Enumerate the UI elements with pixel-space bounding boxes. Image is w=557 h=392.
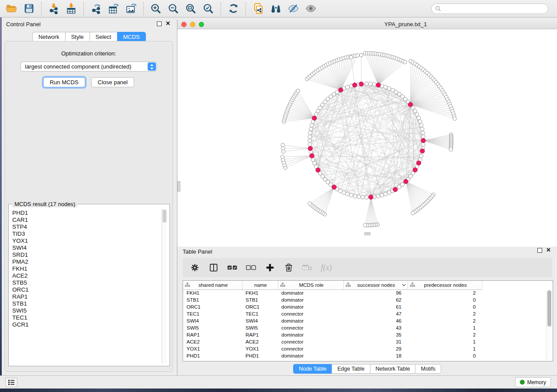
network-leaf-node[interactable] <box>356 54 359 57</box>
tab-node-table[interactable]: Node Table <box>293 364 332 374</box>
network-node[interactable] <box>353 194 357 198</box>
mcds-list-scrollbar[interactable] <box>162 209 167 364</box>
node-table-row[interactable]: SWI4SWI4dominator462 <box>183 317 482 324</box>
network-leaf-node[interactable] <box>281 143 284 147</box>
export-image-icon[interactable] <box>122 0 140 17</box>
network-horizontal-scrollbar[interactable] <box>364 232 370 235</box>
network-node[interactable] <box>361 195 365 199</box>
network-node[interactable] <box>387 191 391 195</box>
network-node[interactable] <box>376 194 380 198</box>
task-history-button[interactable] <box>5 378 17 387</box>
network-mcds-node[interactable] <box>408 102 412 107</box>
tab-network[interactable]: Network <box>32 32 65 42</box>
mcds-result-item[interactable]: ACE2 <box>9 272 163 279</box>
node-table-row[interactable]: RAP1RAP1dominator352 <box>183 331 482 338</box>
optimization-criterion-select[interactable]: largest connected component (undirected) <box>21 62 157 72</box>
search-input[interactable] <box>444 6 540 12</box>
window-maximize-button[interactable] <box>199 22 204 27</box>
settings-gear-icon[interactable] <box>189 261 201 274</box>
network-mcds-node[interactable] <box>369 195 373 199</box>
zoom-out-icon[interactable] <box>165 0 182 17</box>
network-mcds-node[interactable] <box>416 161 421 165</box>
mcds-result-item[interactable]: STB5 <box>9 279 163 286</box>
network-leaf-node[interactable] <box>282 150 285 153</box>
mcds-result-item[interactable]: RAP1 <box>9 293 163 300</box>
network-node[interactable] <box>372 83 376 86</box>
network-node[interactable] <box>418 120 422 124</box>
search-binoculars-icon[interactable] <box>267 0 284 17</box>
network-mcds-node[interactable] <box>353 83 357 87</box>
open-file-icon[interactable] <box>3 0 20 17</box>
column-header-predecessor-nodes[interactable]: predecessor nodes <box>408 281 482 289</box>
network-leaf-node[interactable] <box>449 148 453 151</box>
network-node[interactable] <box>346 85 349 89</box>
tab-motifs[interactable]: Motifs <box>415 364 441 374</box>
network-node[interactable] <box>308 139 312 143</box>
run-mcds-button[interactable]: Run MCDS <box>43 77 85 87</box>
zoom-fit-icon[interactable] <box>182 0 200 17</box>
network-leaf-node[interactable] <box>363 224 367 227</box>
save-session-icon[interactable] <box>20 0 38 17</box>
network-mcds-node[interactable] <box>376 83 381 87</box>
network-node[interactable] <box>419 154 423 158</box>
mcds-result-item[interactable]: CAR1 <box>9 217 163 224</box>
network-mcds-node[interactable] <box>421 138 426 143</box>
node-table-row[interactable]: SWI5SWI5connector431 <box>183 324 482 331</box>
mcds-result-item[interactable]: GCR1 <box>9 321 163 328</box>
tab-edge-table[interactable]: Edge Table <box>332 364 370 374</box>
import-network-icon[interactable] <box>45 0 62 17</box>
network-node[interactable] <box>384 85 387 89</box>
network-node[interactable] <box>310 124 314 127</box>
mcds-result-item[interactable]: YOX1 <box>9 237 163 244</box>
network-leaf-node[interactable] <box>308 202 311 205</box>
column-header-shared-name[interactable]: shared name <box>183 281 242 289</box>
tab-select[interactable]: Select <box>90 32 117 42</box>
network-node[interactable] <box>384 192 387 196</box>
disable-all-checks-icon[interactable] <box>245 261 257 274</box>
hide-graphics-details-icon[interactable] <box>284 0 302 17</box>
delete-column-trash-icon[interactable] <box>283 261 295 274</box>
network-node[interactable] <box>387 86 391 90</box>
network-window-titlebar[interactable]: YPA_prune.txt_1 <box>177 20 557 29</box>
network-node[interactable] <box>312 161 316 165</box>
network-node[interactable] <box>346 192 349 196</box>
network-search-field[interactable] <box>431 3 548 14</box>
network-mcds-node[interactable] <box>404 179 408 184</box>
network-mcds-node[interactable] <box>310 154 314 158</box>
node-table-row[interactable]: YOX1YOX1connector291 <box>183 345 482 352</box>
column-header-successor-nodes[interactable]: successor nodes <box>343 281 408 289</box>
network-leaf-node[interactable] <box>411 211 415 215</box>
network-leaf-node[interactable] <box>281 146 285 150</box>
delete-table-icon[interactable] <box>301 261 314 274</box>
network-mcds-node[interactable] <box>316 168 320 172</box>
network-node[interactable] <box>308 135 312 139</box>
network-node[interactable] <box>398 185 401 189</box>
network-leaf-node[interactable] <box>296 89 300 93</box>
node-table-row[interactable]: ORC1ORC1dominator610 <box>183 303 482 310</box>
refresh-view-icon[interactable] <box>225 0 242 17</box>
split-panel-icon[interactable] <box>208 261 220 274</box>
memory-button[interactable]: Memory <box>515 377 551 387</box>
network-leaf-node[interactable] <box>360 53 363 57</box>
tab-network-table[interactable]: Network Table <box>370 364 415 374</box>
close-panel-icon[interactable]: ✕ <box>166 20 170 27</box>
zoom-selected-icon[interactable] <box>200 0 217 17</box>
network-vertical-scrollbar[interactable] <box>177 181 180 192</box>
column-header-name[interactable]: name <box>242 281 278 289</box>
network-mcds-node[interactable] <box>393 187 398 192</box>
network-canvas[interactable] <box>177 29 557 247</box>
node-table-row[interactable]: TEC1TEC1connector472 <box>183 310 482 317</box>
mcds-result-item[interactable]: PHD1 <box>9 210 163 217</box>
network-node[interactable] <box>421 142 425 146</box>
enable-all-checks-icon[interactable] <box>226 261 239 274</box>
network-mcds-node[interactable] <box>332 185 336 189</box>
window-close-button[interactable] <box>181 22 187 27</box>
network-leaf-node[interactable] <box>453 117 457 120</box>
mcds-result-item[interactable]: FKH1 <box>9 265 163 272</box>
mcds-result-item[interactable]: STP4 <box>9 224 163 230</box>
zoom-in-icon[interactable] <box>147 0 165 17</box>
network-mcds-node[interactable] <box>308 146 312 151</box>
table-scrollbar[interactable] <box>547 290 551 360</box>
export-table-icon[interactable] <box>105 0 122 17</box>
mcds-result-item[interactable]: TEC1 <box>9 314 163 321</box>
